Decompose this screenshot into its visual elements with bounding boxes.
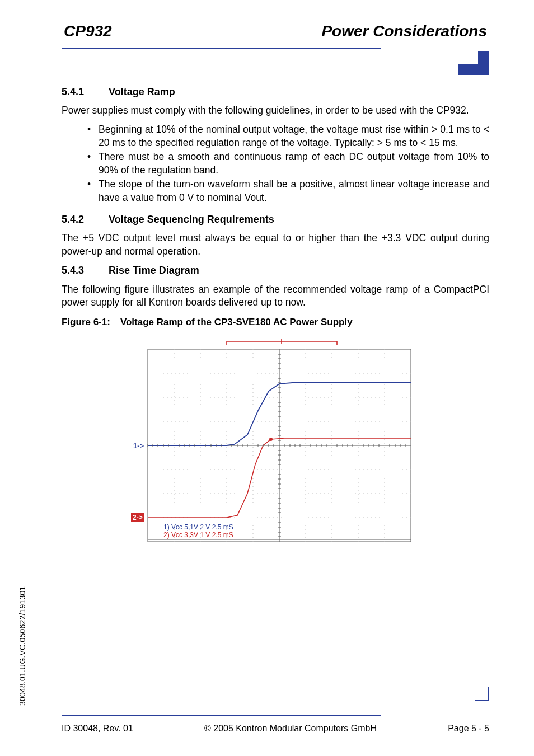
bullet-list: Beginning at 10% of the nominal output v…	[62, 123, 489, 205]
header-left: CP932	[64, 22, 112, 40]
svg-point-22	[269, 438, 273, 441]
figure-caption: Figure 6-1:Voltage Ramp of the CP3-SVE18…	[62, 316, 489, 329]
heading-title: Voltage Sequencing Requirements	[109, 214, 274, 225]
header-right: Power Considerations	[321, 22, 487, 40]
figure-title: Voltage Ramp of the CP3-SVE180 AC Power …	[120, 317, 353, 327]
header-rule	[62, 48, 381, 49]
legend-line-1: 1) Vcc 5,1V 2 V 2.5 mS	[163, 523, 233, 531]
heading-5-4-3: 5.4.3Rise Time Diagram	[62, 264, 489, 277]
paragraph: The +5 VDC output level must always be e…	[62, 232, 489, 258]
corner-mark-icon	[475, 687, 489, 703]
content: 5.4.1Voltage Ramp Power supplies must co…	[62, 85, 489, 555]
brand-logo-icon	[458, 51, 489, 77]
heading-5-4-1: 5.4.1Voltage Ramp	[62, 85, 489, 98]
marker-ch1: 1->	[133, 442, 144, 450]
heading-title: Voltage Ramp	[109, 86, 175, 97]
svg-rect-1	[478, 51, 489, 75]
heading-number: 5.4.3	[62, 264, 109, 277]
page-footer: ID 30048, Rev. 01 © 2005 Kontron Modular…	[62, 715, 489, 734]
figure-number: Figure 6-1:	[62, 316, 110, 329]
voltage-ramp-figure: 1-> 2-> 1) Vcc 5,1V 2 V 2.5 mS 2) Vcc 3,…	[130, 339, 421, 556]
svg-rect-0	[458, 64, 478, 75]
heading-number: 5.4.2	[62, 213, 109, 226]
svg-rect-2	[469, 51, 478, 64]
heading-5-4-2: 5.4.2Voltage Sequencing Requirements	[62, 213, 489, 226]
list-item: There must be a smooth and continuous ra…	[87, 151, 489, 177]
list-item: The slope of the turn-on waveform shall …	[87, 178, 489, 204]
paragraph: Power supplies must comply with the foll…	[62, 104, 489, 118]
paragraph: The following figure illustrates an exam…	[62, 283, 489, 309]
page-header: CP932 Power Considerations	[62, 22, 489, 45]
footer-copyright: © 2005 Kontron Modular Computers GmbH	[204, 724, 377, 734]
heading-number: 5.4.1	[62, 85, 109, 98]
heading-title: Rise Time Diagram	[109, 265, 199, 276]
page: CP932 Power Considerations 5.4.1Voltage …	[0, 0, 534, 756]
footer-rule	[62, 715, 381, 716]
side-doc-id: 30048.01.UG.VC.050622/191301	[18, 586, 27, 706]
legend-line-2: 2) Vcc 3,3V 1 V 2.5 mS	[163, 531, 233, 539]
list-item: Beginning at 10% of the nominal output v…	[87, 123, 489, 149]
marker-ch2: 2->	[133, 514, 143, 522]
footer-doc-id: ID 30048, Rev. 01	[62, 724, 133, 734]
footer-page-number: Page 5 - 5	[448, 724, 489, 734]
